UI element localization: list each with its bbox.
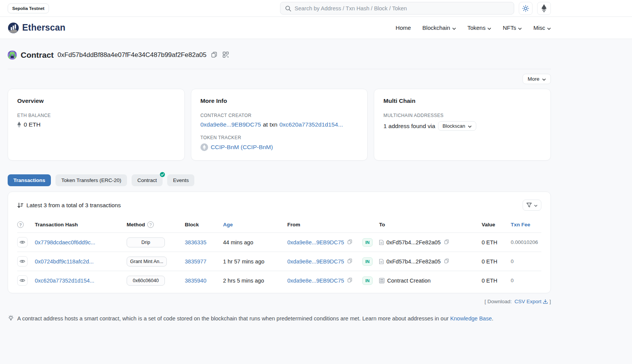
nav-nfts[interactable]: NFTs — [503, 24, 522, 31]
eth-glyph-icon — [17, 122, 21, 128]
chevron-down-icon — [547, 24, 551, 31]
txn-fee-text: 0 — [511, 258, 541, 264]
nav-blockchain-label: Blockchain — [422, 24, 450, 31]
to-address[interactable]: 0xFd57b4...2Fe82a05 — [386, 258, 441, 265]
nav-blockchain[interactable]: Blockchain — [422, 24, 456, 31]
col-age-toggle[interactable]: Age — [223, 222, 287, 227]
overview-card: Overview ETH BALANCE 0 ETH — [8, 89, 185, 161]
block-link[interactable]: 3836335 — [185, 239, 223, 245]
token-tracker-link[interactable]: CCIP-BnM (CCIP-BnM) — [211, 144, 273, 151]
nav-home[interactable]: Home — [396, 24, 411, 31]
from-address-link[interactable]: 0xda9e8e...9EB9DC75 — [287, 239, 344, 245]
copy-icon — [347, 239, 352, 245]
copy-icon — [347, 258, 352, 265]
copy-from-button[interactable] — [347, 258, 353, 265]
search-input[interactable] — [295, 5, 509, 11]
sun-icon — [522, 5, 529, 12]
eth-balance-label: ETH BALANCE — [17, 113, 175, 118]
copy-from-button[interactable] — [347, 239, 353, 246]
filter-button[interactable] — [523, 200, 541, 211]
portfolio-select[interactable]: Blockscan — [438, 121, 476, 131]
nav-tokens[interactable]: Tokens — [467, 24, 492, 31]
nav-misc[interactable]: Misc — [533, 24, 551, 31]
tx-hash-link[interactable]: 0x0724bdf9c118afc2d... — [35, 258, 127, 265]
creator-address-link[interactable]: 0xda9e8e...9EB9DC75 — [200, 121, 261, 128]
copy-to-button[interactable] — [443, 239, 450, 246]
question-icon[interactable]: ? — [17, 221, 24, 228]
tab-bar: Transactions Token Transfers (ERC-20) Co… — [8, 174, 551, 186]
more-button[interactable]: More — [523, 74, 551, 84]
tab-transactions[interactable]: Transactions — [8, 174, 51, 186]
summary-cards: Overview ETH BALANCE 0 ETH More Info CON… — [8, 89, 551, 161]
from-address-link[interactable]: 0xda9e8e...9EB9DC75 — [287, 278, 344, 284]
eye-icon — [20, 240, 25, 244]
eye-icon — [20, 278, 25, 283]
col-to: To — [379, 222, 482, 227]
filter-icon — [526, 203, 532, 208]
eth-icon — [541, 4, 547, 13]
search-bar[interactable] — [280, 2, 514, 15]
value-text: 0 ETH — [482, 239, 511, 245]
qrcode-button[interactable] — [222, 51, 230, 60]
chevron-down-icon — [534, 202, 538, 208]
creation-txn-link[interactable]: 0xc620a77352d1d154... — [279, 121, 343, 128]
copy-to-button[interactable] — [443, 258, 450, 265]
more-button-label: More — [528, 76, 539, 82]
tx-hash-link[interactable]: 0x7798dcdaec0f6dd9c... — [35, 239, 127, 245]
tab-token-transfers[interactable]: Token Transfers (ERC-20) — [55, 174, 127, 186]
footer-note-suffix: . — [492, 315, 493, 322]
footer-note: A contract address hosts a smart contrac… — [8, 315, 551, 364]
question-icon[interactable]: ? — [147, 221, 154, 228]
tab-contract[interactable]: Contract — [132, 174, 163, 186]
contract-heading: Contract 0xFd57b4ddBf88a4e07fF4e34C487b9… — [8, 39, 551, 60]
chevron-down-icon — [468, 123, 472, 129]
block-link[interactable]: 3835940 — [185, 278, 223, 284]
qrcode-icon — [223, 52, 229, 59]
etherscan-logo-icon — [8, 22, 19, 34]
col-txn-fee-toggle[interactable]: Txn Fee — [511, 222, 541, 227]
chevron-down-icon — [487, 24, 491, 31]
direction-badge: IN — [362, 238, 373, 247]
method-badge: Drip — [127, 237, 165, 247]
from-address-link[interactable]: 0xda9e8e...9EB9DC75 — [287, 258, 344, 265]
contract-creation-icon — [379, 278, 384, 283]
to-address[interactable]: 0xFd57b4...2Fe82a05 — [386, 239, 441, 245]
search-icon — [285, 5, 291, 11]
network-switcher-button[interactable] — [537, 2, 551, 15]
tx-preview-button[interactable] — [17, 237, 28, 247]
copy-icon — [347, 278, 352, 284]
block-link[interactable]: 3835977 — [185, 258, 223, 265]
direction-badge: IN — [362, 276, 373, 285]
direction-badge: IN — [362, 257, 373, 266]
document-icon — [379, 240, 384, 245]
tx-hash-link[interactable]: 0xc620a77352d1d154... — [35, 278, 127, 284]
contract-avatar — [8, 50, 17, 60]
page-title: Contract — [21, 50, 54, 60]
csv-export-link[interactable]: CSV Export — [515, 299, 542, 304]
network-badge[interactable]: Sepolia Testnet — [8, 3, 49, 13]
copy-icon — [444, 239, 449, 245]
download-icon[interactable] — [543, 299, 548, 304]
nav-nfts-label: NFTs — [503, 24, 516, 31]
col-from: From — [287, 222, 362, 227]
etherscan-logo[interactable]: Etherscan — [8, 22, 65, 34]
main-header: Etherscan Home Blockchain Tokens NFTs Mi… — [0, 17, 632, 39]
col-value: Value — [482, 222, 511, 227]
copy-address-button[interactable] — [210, 51, 218, 60]
document-icon — [379, 259, 384, 264]
tx-preview-button[interactable] — [17, 275, 28, 286]
lightbulb-icon — [8, 315, 14, 322]
contract-creator-label: CONTRACT CREATOR — [200, 113, 358, 118]
more-info-card: More Info CONTRACT CREATOR 0xda9e8e...9E… — [191, 89, 368, 161]
theme-toggle-button[interactable] — [519, 2, 533, 15]
col-block: Block — [185, 222, 223, 227]
value-text: 0 ETH — [482, 278, 511, 284]
eth-balance-value: 0 ETH — [24, 121, 41, 128]
tx-preview-button[interactable] — [17, 256, 28, 266]
tab-events[interactable]: Events — [167, 174, 194, 186]
knowledge-base-link[interactable]: Knowledge Base — [450, 315, 492, 322]
copy-from-button[interactable] — [347, 277, 353, 284]
creator-connector-text: at txn — [263, 121, 277, 128]
transactions-table-header: ? Transaction Hash Method ? Block Age Fr… — [17, 218, 541, 232]
multichain-found-text: 1 address found via — [383, 123, 435, 130]
